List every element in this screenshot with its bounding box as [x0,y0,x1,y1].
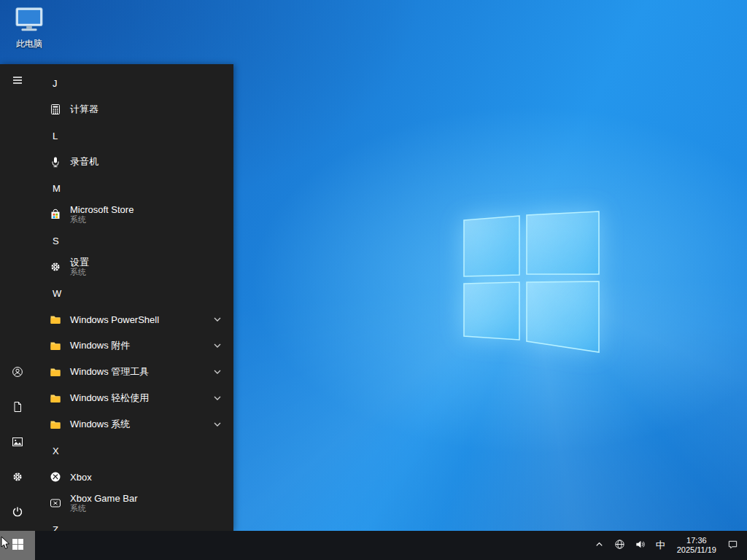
computer-icon [12,23,46,36]
app-label: Microsoft Store [70,205,133,215]
section-letter-s[interactable]: S [35,228,233,254]
taskbar: 中 17:36 2025/11/19 [0,531,747,560]
start-menu-expand-button[interactable] [0,64,35,99]
pictures-button[interactable] [0,426,35,461]
app-label: Windows 附件 [70,339,130,352]
chevron-down-icon[interactable] [212,392,223,404]
tray-overflow-button[interactable] [592,531,606,560]
document-icon [12,401,23,416]
section-letter-l[interactable]: L [35,122,233,149]
desktop: 此电脑 J [0,0,747,560]
app-label: Xbox [70,472,92,483]
app-item-xbox[interactable]: Xbox [35,464,233,490]
app-text: Xbox Game Bar 系统 [70,494,138,513]
clock-date: 2025/11/19 [677,545,716,555]
power-icon [12,506,23,521]
app-label: Xbox Game Bar [70,494,138,504]
taskbar-spacer [35,531,592,560]
app-label: Windows 管理工具 [70,365,149,378]
section-letter-label: L [53,131,58,141]
start-menu-app-list: J 计算器 L 录音机 M Microsoft Store 系统 S [35,64,233,531]
gear-icon [50,261,61,273]
folder-icon [50,340,61,351]
app-label: Windows 轻松使用 [70,392,149,405]
app-label: 录音机 [70,155,98,168]
folder-item-windows-admin-tools[interactable]: Windows 管理工具 [35,359,233,385]
network-button[interactable] [613,531,627,560]
user-icon [12,366,23,381]
action-center-button[interactable] [726,531,740,560]
gamebar-icon [50,497,61,509]
section-letter-label: X [53,446,59,456]
folder-item-windows-system[interactable]: Windows 系统 [35,411,233,438]
app-item-xbox-game-bar[interactable]: Xbox Game Bar 系统 [35,490,233,516]
app-sublabel: 系统 [70,504,138,513]
chevron-down-icon[interactable] [212,340,223,351]
ime-indicator[interactable]: 中 [654,531,667,560]
user-account-button[interactable] [0,356,35,391]
app-label: 计算器 [70,103,98,116]
gear-icon [12,471,23,486]
folder-icon [50,392,61,404]
rail-spacer [0,99,35,356]
folder-icon [50,314,61,325]
app-item-calculator[interactable]: 计算器 [35,96,233,122]
chevron-down-icon[interactable] [212,366,223,378]
section-letter-j[interactable]: J [35,70,233,96]
chevron-up-icon [594,539,605,553]
start-menu: J 计算器 L 录音机 M Microsoft Store 系统 S [0,64,233,531]
system-tray: 中 17:36 2025/11/19 [592,531,747,560]
app-label: Windows 系统 [70,418,130,431]
store-icon [50,209,61,220]
section-letter-label: Z [53,524,58,532]
section-letter-label: W [53,288,61,299]
action-center-icon [727,539,738,553]
pictures-icon [12,436,23,451]
taskbar-clock[interactable]: 17:36 2025/11/19 [674,536,719,555]
chevron-down-icon[interactable] [212,314,223,325]
xbox-icon [50,471,61,483]
folder-icon [50,419,61,430]
app-text: 设置 系统 [70,257,89,276]
section-letter-w[interactable]: W [35,280,233,306]
power-button[interactable] [0,496,35,531]
volume-button[interactable] [633,531,647,560]
app-sublabel: 系统 [70,215,133,224]
app-sublabel: 系统 [70,268,89,276]
section-letter-label: S [53,236,59,246]
folder-item-windows-powershell[interactable]: Windows PowerShell [35,306,233,332]
app-item-microsoft-store[interactable]: Microsoft Store 系统 [35,201,233,228]
chevron-down-icon[interactable] [212,419,223,430]
folder-item-windows-ease-of-access[interactable]: Windows 轻松使用 [35,385,233,411]
section-letter-m[interactable]: M [35,175,233,201]
wallpaper-windows-logo [462,211,600,357]
section-letter-label: J [53,78,58,89]
app-label: Windows PowerShell [70,314,159,325]
folder-icon [50,366,61,378]
microphone-icon [50,156,61,168]
app-label: 设置 [70,257,89,268]
settings-button[interactable] [0,461,35,496]
desktop-icon-this-pc[interactable]: 此电脑 [9,6,50,50]
section-letter-x[interactable]: X [35,438,233,464]
windows-logo-icon [12,538,24,553]
app-item-settings[interactable]: 设置 系统 [35,254,233,280]
section-letter-label: M [53,183,61,194]
folder-item-windows-accessories[interactable]: Windows 附件 [35,332,233,359]
calculator-icon [50,104,61,115]
hamburger-icon [12,74,23,89]
speaker-icon [635,539,646,553]
mouse-cursor [1,536,11,553]
documents-button[interactable] [0,391,35,426]
app-item-voice-recorder[interactable]: 录音机 [35,149,233,175]
clock-time: 17:36 [677,536,716,545]
section-letter-z[interactable]: Z [35,516,233,531]
app-text: Microsoft Store 系统 [70,205,133,224]
desktop-icon-label: 此电脑 [9,38,50,50]
globe-network-icon [614,539,625,553]
start-menu-rail [0,64,35,531]
